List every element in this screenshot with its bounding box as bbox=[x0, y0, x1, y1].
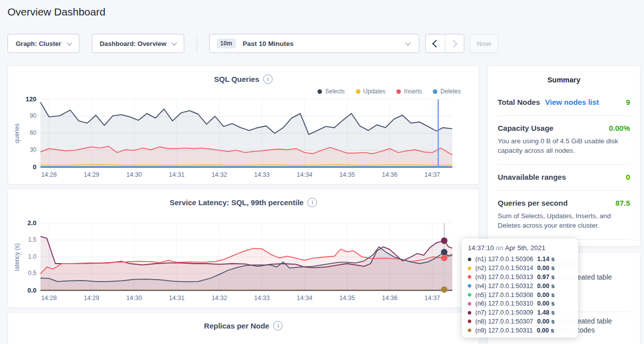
x-tick-label: 14:32 bbox=[203, 171, 235, 178]
x-tick-label: 14:34 bbox=[289, 295, 321, 302]
x-tick-label: 14:35 bbox=[331, 295, 363, 302]
overview-dashboard-page: Overview Dashboard Graph: Cluster Dashbo… bbox=[0, 0, 644, 344]
summary-panel: Summary Total Nodes View nodes list 9 Ca… bbox=[487, 65, 641, 247]
chevron-left-icon bbox=[432, 39, 440, 47]
legend-item[interactable]: Deletes bbox=[433, 88, 461, 95]
capacity-desc: You are using 0 B of 4.5 GiB usable disk… bbox=[498, 136, 630, 155]
tooltip-node-value: 0.00 s bbox=[537, 318, 555, 325]
tooltip-row: (n6) 127.0.0.1:503100.00 s bbox=[468, 300, 572, 308]
y-tick-label: 90 bbox=[8, 112, 36, 119]
qps-value: 87.5 bbox=[616, 199, 630, 207]
tooltip-node-label: (n1) 127.0.0.1:50306 bbox=[475, 256, 533, 263]
y-tick-label: 0.5 bbox=[8, 270, 36, 277]
tooltip-row: (n2) 127.0.0.1:503140.00 s bbox=[468, 264, 572, 273]
now-button[interactable]: Now bbox=[470, 34, 498, 53]
graph-dropdown[interactable]: Graph: Cluster bbox=[7, 34, 79, 53]
series-dot-icon bbox=[468, 320, 471, 323]
capacity-value: 0.00% bbox=[609, 124, 630, 132]
controls-divider bbox=[197, 35, 197, 52]
summary-title: Summary bbox=[488, 66, 640, 84]
chevron-down-icon bbox=[172, 40, 177, 45]
series-dot-icon bbox=[468, 275, 471, 279]
x-tick-label: 14:33 bbox=[246, 295, 278, 302]
legend-dot-icon bbox=[396, 89, 401, 94]
x-tick-label: 14:36 bbox=[374, 295, 406, 302]
tooltip-node-value: 1.48 s bbox=[537, 309, 555, 316]
series-dot-icon bbox=[468, 258, 471, 261]
legend-item[interactable]: Updates bbox=[356, 88, 386, 95]
series-dot-icon bbox=[468, 329, 471, 332]
x-tick-label: 14:31 bbox=[161, 171, 193, 178]
legend-item[interactable]: Inserts bbox=[396, 88, 422, 95]
series-dot-icon bbox=[468, 267, 471, 270]
summary-qps: Queries per second 87.5 Sum of Selects, … bbox=[498, 191, 630, 240]
tooltip-node-value: 0.00 s bbox=[537, 327, 554, 334]
sql-queries-chart[interactable]: 14:2814:2914:3014:3114:3214:3314:3414:35… bbox=[8, 66, 479, 184]
sql-queries-plot bbox=[8, 66, 480, 185]
x-tick-label: 14:36 bbox=[374, 171, 406, 178]
legend-dot-icon bbox=[433, 89, 437, 94]
tooltip-node-label: (n4) 127.0.0.1:50312 bbox=[475, 283, 533, 290]
replicas-per-node-chart[interactable] bbox=[8, 313, 479, 344]
unavailable-label: Unavailable ranges bbox=[498, 173, 566, 181]
x-tick-label: 14:35 bbox=[331, 171, 363, 178]
legend-label: Updates bbox=[363, 88, 386, 95]
legend-item[interactable]: Selects bbox=[318, 88, 344, 95]
legend-dot-icon bbox=[318, 89, 322, 94]
time-next-button[interactable] bbox=[445, 34, 464, 52]
series-dot-icon bbox=[468, 284, 471, 288]
tooltip-row: (n3) 127.0.0.1:503130.97 s bbox=[468, 273, 572, 282]
legend-dot-icon bbox=[356, 89, 360, 94]
dashboard-dropdown[interactable]: Dashboard: Overview bbox=[92, 34, 184, 53]
tooltip-on: on bbox=[496, 244, 503, 252]
summary-total-nodes: Total Nodes View nodes list 9 bbox=[498, 90, 630, 116]
unavailable-value: 0 bbox=[626, 173, 630, 181]
time-prev-button[interactable] bbox=[426, 34, 445, 52]
tooltip-timestamp: 14:37:10 on Apr 5th, 2021 bbox=[468, 244, 572, 252]
series-dot-icon bbox=[468, 302, 471, 306]
x-tick-label: 14:34 bbox=[289, 171, 321, 178]
time-range-label: Past 10 Minutes bbox=[243, 40, 294, 47]
y-tick-label: 1.0 bbox=[8, 253, 36, 260]
qps-desc: Sum of Selects, Updates, Inserts, and De… bbox=[498, 211, 630, 230]
y-tick-label: 0.0 bbox=[8, 287, 36, 294]
tooltip-row: (n8) 127.0.0.1:503070.00 s bbox=[468, 318, 572, 326]
summary-unavailable-ranges: Unavailable ranges 0 bbox=[498, 165, 630, 191]
tooltip-row: (n1) 127.0.0.1:503061.14 s bbox=[468, 255, 572, 264]
time-step-buttons bbox=[425, 34, 464, 53]
capacity-label: Capacity Usage bbox=[498, 124, 554, 132]
tooltip-date: Apr 5th, 2021 bbox=[505, 244, 545, 252]
replicas-per-node-card: Replicas per Node i bbox=[7, 312, 479, 344]
x-tick-label: 14:29 bbox=[75, 295, 107, 302]
replicas-plot bbox=[8, 313, 480, 344]
tooltip-node-value: 0.00 s bbox=[537, 265, 555, 272]
tooltip-node-label: (n5) 127.0.0.1:50308 bbox=[475, 292, 533, 299]
tooltip-node-label: (n2) 127.0.0.1:50314 bbox=[475, 265, 533, 272]
service-latency-chart[interactable]: 14:2814:2914:3014:3114:3214:3314:3414:35… bbox=[8, 189, 479, 308]
service-latency-card: Service Latency: SQL, 99th percentile i … bbox=[7, 189, 479, 308]
tooltip-node-value: 0.00 s bbox=[537, 292, 555, 299]
x-tick-label: 14:37 bbox=[416, 171, 448, 178]
tooltip-rows: (n1) 127.0.0.1:503061.14 s(n2) 127.0.0.1… bbox=[468, 255, 572, 335]
legend-label: Selects bbox=[325, 88, 344, 95]
tooltip-node-label: (n8) 127.0.0.1:50307 bbox=[475, 318, 533, 325]
y-axis-label: queries bbox=[13, 123, 20, 143]
y-tick-label: 60 bbox=[8, 129, 36, 136]
tooltip-node-label: (n9) 127.0.0.1:50311 bbox=[475, 327, 533, 334]
chart-legend: SelectsUpdatesInsertsDeletes bbox=[318, 88, 461, 95]
x-tick-label: 14:28 bbox=[33, 295, 65, 302]
latency-plot bbox=[8, 189, 480, 309]
tooltip-node-value: 0.00 s bbox=[537, 283, 555, 290]
tooltip-row: (n7) 127.0.0.1:503091.48 s bbox=[468, 309, 572, 317]
tooltip-node-value: 0.00 s bbox=[537, 300, 555, 307]
time-range-selector[interactable]: 10m Past 10 Minutes bbox=[209, 34, 419, 53]
legend-label: Deletes bbox=[440, 88, 461, 95]
series-dot-icon bbox=[468, 293, 471, 297]
x-tick-label: 14:28 bbox=[33, 171, 65, 178]
graph-dropdown-label: Graph: Cluster bbox=[15, 40, 61, 47]
tooltip-node-label: (n3) 127.0.0.1:50313 bbox=[475, 274, 533, 281]
x-tick-label: 14:31 bbox=[161, 295, 193, 302]
tooltip-node-label: (n6) 127.0.0.1:50310 bbox=[475, 300, 533, 307]
tooltip-node-value: 1.14 s bbox=[537, 256, 555, 263]
view-nodes-link[interactable]: View nodes list bbox=[545, 98, 599, 106]
